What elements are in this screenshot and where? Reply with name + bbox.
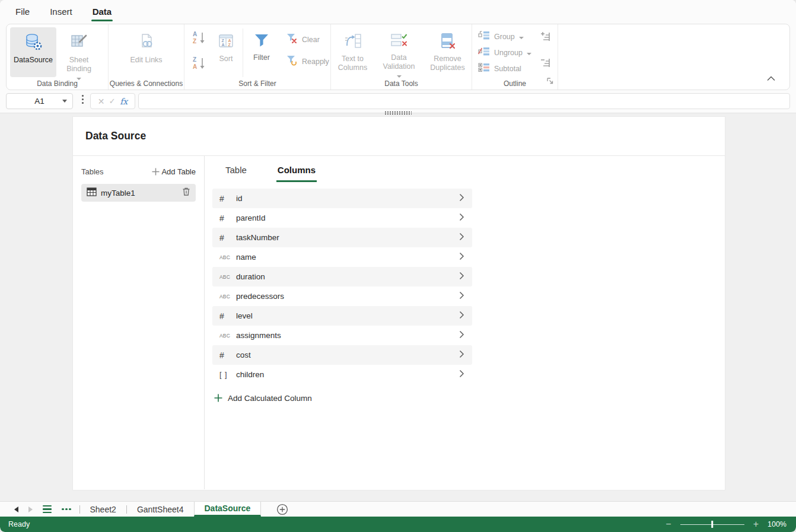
sort-button-label: Sort [219, 55, 233, 63]
add-calculated-column-button[interactable]: Add Calculated Column [214, 393, 725, 403]
zoom-slider[interactable] [680, 521, 744, 528]
chevron-down-icon [62, 100, 67, 103]
database-gear-icon [24, 33, 42, 53]
column-row-name[interactable]: ABC name [212, 247, 472, 267]
column-list: # id # parentId # taskNumber [212, 189, 472, 384]
clear-filter-icon [286, 33, 298, 47]
column-row-predecessors[interactable]: ABC predecessors [212, 286, 472, 306]
filter-button[interactable]: Filter [243, 27, 280, 62]
sheet-tab-ganttsheet4[interactable]: GanttSheet4 [127, 502, 194, 517]
reapply-filter-button[interactable]: Reapply [286, 55, 329, 69]
cancel-icon[interactable]: ✕ [98, 97, 105, 106]
column-row-duration[interactable]: ABC duration [212, 267, 472, 286]
remove-duplicates-button[interactable]: Remove Duplicates [425, 27, 471, 73]
sheet-tab-bar: Sheet2 GanttSheet4 DataSource [0, 501, 796, 517]
enter-icon[interactable]: ✓ [109, 97, 116, 106]
subtotal-button[interactable]: Subtotal [478, 62, 531, 75]
edit-links-button[interactable]: Edit Links [112, 27, 182, 65]
table-name: myTable1 [101, 189, 178, 197]
clear-filter-label: Clear [302, 36, 320, 44]
ribbon-group-label-data-tools: Data Tools [331, 79, 472, 88]
name-box[interactable]: A1 [6, 93, 73, 109]
filter-extra-buttons: Clear Reapply [286, 24, 329, 69]
svg-text:Z: Z [222, 39, 225, 43]
more-sheets-icon[interactable] [62, 508, 71, 511]
column-row-children[interactable]: [ ] children [212, 365, 472, 384]
columns-section: Table Columns # id # parentId [205, 156, 725, 489]
text-to-columns-button[interactable]: Text to Columns [332, 27, 374, 73]
zoom-level[interactable]: 100% [768, 520, 787, 528]
add-sheet-button[interactable] [276, 502, 288, 517]
collapse-ribbon-chevron-up-icon[interactable] [767, 73, 775, 84]
menu-file[interactable]: File [15, 0, 30, 23]
ribbon-group-label-data-binding: Data Binding [7, 79, 108, 88]
number-type-icon: # [219, 311, 236, 321]
sort-za-descending-icon[interactable]: Z A [192, 56, 206, 74]
cell-reference: A1 [34, 97, 44, 106]
zoom-out-minus-icon[interactable]: − [666, 520, 671, 529]
sheet-binding-button[interactable]: Sheet Binding [60, 27, 98, 80]
table-grid-icon [87, 187, 97, 199]
sort-az-ascending-icon[interactable]: A Z [192, 30, 206, 48]
chevron-right-icon [459, 193, 464, 204]
plus-icon [214, 393, 223, 403]
column-row-assignments[interactable]: ABC assignments [212, 326, 472, 345]
tables-section: Tables Add Table [73, 156, 205, 489]
add-table-button[interactable]: Add Table [151, 167, 196, 176]
ribbon-group-sort-filter: A Z Z A [184, 24, 331, 90]
remove-duplicates-label: Remove Duplicates [425, 55, 471, 73]
datasource-button-label: DataSource [14, 56, 53, 65]
ribbon-empty-area [558, 24, 789, 90]
chevron-down-icon [519, 37, 524, 39]
subtotal-button-label: Subtotal [494, 65, 521, 73]
table-list-item[interactable]: myTable1 [81, 184, 196, 202]
column-row-id[interactable]: # id [212, 189, 472, 208]
formula-input[interactable] [138, 93, 790, 109]
tab-columns[interactable]: Columns [276, 165, 317, 182]
menu-insert[interactable]: Insert [50, 0, 72, 23]
sheet-nav [0, 502, 79, 517]
previous-sheet-arrow-icon[interactable] [14, 506, 18, 512]
sort-button[interactable]: Z A A Z Sort [209, 27, 243, 63]
panel-tabs: Table Columns [212, 162, 725, 182]
tab-table[interactable]: Table [224, 165, 248, 182]
zoom-slider-thumb[interactable] [711, 521, 714, 528]
next-sheet-arrow-icon[interactable] [28, 506, 33, 512]
ribbon-group-queries-connections: Edit Links Queries & Connections [109, 24, 184, 90]
data-validation-button[interactable]: Data Validation [377, 27, 421, 78]
panel-drag-handle[interactable] [384, 111, 412, 115]
column-row-taskNumber[interactable]: # taskNumber [212, 228, 472, 247]
column-row-level[interactable]: # level [212, 306, 472, 326]
ungroup-icon [478, 46, 490, 59]
ribbon-group-label-queries: Queries & Connections [109, 79, 184, 88]
show-detail-icon[interactable] [540, 31, 550, 44]
chevron-down-icon [527, 53, 531, 55]
delete-table-trash-icon[interactable] [182, 187, 190, 199]
ribbon-group-label-outline: Outline [472, 79, 558, 88]
menu-data[interactable]: Data [93, 0, 112, 23]
clear-filter-button[interactable]: Clear [286, 33, 329, 47]
column-row-cost[interactable]: # cost [212, 345, 472, 365]
sheet-list-menu-icon[interactable] [43, 505, 52, 513]
ungroup-button[interactable]: Ungroup [478, 46, 531, 59]
hide-detail-icon[interactable] [540, 58, 550, 71]
menu-bar: File Insert Data [0, 0, 796, 23]
array-type-icon: [ ] [219, 371, 236, 379]
sheet-tab-sheet2[interactable]: Sheet2 [80, 502, 126, 517]
edit-links-icon [138, 33, 155, 53]
insert-function-icon[interactable]: fx [120, 97, 128, 106]
sheet-tab-datasource[interactable]: DataSource [194, 502, 262, 517]
app-window: File Insert Data DataSource [0, 0, 796, 532]
reapply-filter-label: Reapply [302, 58, 329, 66]
edit-links-button-label: Edit Links [130, 56, 162, 65]
data-validation-icon [390, 33, 408, 50]
text-to-columns-label: Text to Columns [332, 55, 374, 73]
formula-bar-drag-handle[interactable] [79, 95, 85, 104]
group-button[interactable]: Group [478, 30, 531, 43]
chevron-right-icon [459, 252, 464, 263]
ribbon-group-label-sort-filter: Sort & Filter [184, 79, 330, 88]
number-type-icon: # [219, 351, 236, 360]
zoom-in-plus-icon[interactable]: + [753, 520, 759, 529]
datasource-button[interactable]: DataSource [10, 27, 56, 77]
column-row-parentId[interactable]: # parentId [212, 208, 472, 228]
